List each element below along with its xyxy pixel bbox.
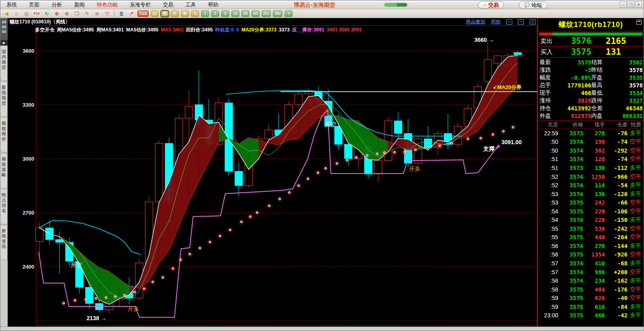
trade-button[interactable]: ⚡ 交易 [478, 1, 504, 9]
chart-annotation: 3660 → [474, 37, 494, 43]
tick-table[interactable]: 22:593573278-76多平:503574198-74空平:5035743… [538, 129, 644, 320]
link-周期[interactable]: 周期 [491, 19, 501, 25]
candle-body[interactable] [374, 160, 382, 174]
menu-item-交易[interactable]: 交易 [157, 0, 179, 9]
menu-item-页面[interactable]: 页面 [23, 0, 46, 9]
draw-icon[interactable]: ✎ [83, 10, 91, 17]
candle-body[interactable] [85, 287, 93, 303]
menu-item-东海专栏[interactable]: 东海专栏 [124, 0, 157, 9]
close-button[interactable]: ✕ [635, 2, 642, 8]
candle-body[interactable] [36, 228, 44, 242]
tick-row[interactable]: :583575404-176空平 [538, 285, 644, 294]
period-button-季[interactable]: 季 [181, 10, 189, 17]
panel-restore-icon[interactable] [636, 20, 642, 25]
period-button-日[interactable]: 日 [151, 10, 159, 17]
notes-icon[interactable]: ▤ [23, 10, 31, 17]
period-button-60[interactable]: 60 [251, 10, 260, 17]
tick-row[interactable]: :573574410-68多平 [538, 259, 644, 268]
sidebar-tab-国内期货[interactable]: 国内期货 [0, 46, 8, 81]
tick-row[interactable]: :573574986+200空开 [538, 268, 644, 277]
candle-body[interactable] [185, 106, 193, 118]
prev-contract-icon[interactable]: ⇦ [506, 19, 512, 25]
period-button-2hr[interactable]: 2hr [262, 10, 271, 17]
sidebar-tab-期权策略[interactable]: 期权策略 [0, 153, 8, 188]
tick-row[interactable]: :553575440-264空平 [538, 233, 644, 242]
chart-area[interactable]: 多空开仓周MA5估价:3495周MA5:3401MA5估价:3495MA5:34… [8, 25, 538, 327]
tick-row[interactable]: :503574198-74空平 [538, 138, 644, 147]
tick-row[interactable]: :513573130-112多平 [538, 163, 644, 172]
zoom-out-icon[interactable]: ⊖ [63, 10, 71, 17]
kline-chart-icon[interactable]: ↗ [127, 10, 135, 17]
minimize-button[interactable]: ─ [620, 2, 627, 8]
f10-icon[interactable]: F10 [33, 10, 41, 17]
tick-row[interactable]: :593575616-84多平 [538, 302, 644, 311]
tick-row[interactable]: :513574128-74空平 [538, 155, 644, 164]
tick-row[interactable]: :543574226-150多平 [538, 215, 644, 224]
sidebar-tab-热点排名[interactable]: 热点排名 [0, 189, 8, 224]
menu-item-新闻[interactable]: 新闻 [68, 0, 91, 9]
candle-body[interactable] [394, 121, 402, 133]
quote-board-icon[interactable]: ≣ [117, 10, 125, 17]
restore-button[interactable]: ❐ [627, 2, 634, 8]
link-商品叠加[interactable]: 商品叠加 [466, 19, 485, 25]
period-button-X[interactable]: X [191, 10, 199, 17]
tick-price: 3574 [560, 260, 585, 267]
tick-row[interactable]: :583574234-162多平 [538, 276, 644, 285]
candle-body[interactable] [155, 143, 163, 202]
ask-row[interactable]: 卖出 3576 2165 [538, 36, 644, 47]
split-layout-icon[interactable]: ◫ [530, 19, 536, 25]
overlay-icon[interactable]: ❐ [73, 10, 81, 17]
period-tick-button[interactable]: Tick [137, 10, 149, 17]
tick-row[interactable]: 22:593573278-76多平 [538, 129, 644, 138]
home-icon[interactable]: ⌂ [12, 10, 21, 17]
period-button-30[interactable]: 30 [241, 10, 249, 17]
sar-marker [227, 227, 233, 233]
tick-row[interactable]: 23:003575466-42多平 [538, 311, 644, 320]
tick-row[interactable]: :553575536-242空平 [538, 224, 644, 233]
period-button-4hr[interactable]: 4hr [273, 10, 283, 17]
period-button-月[interactable]: 月 [171, 10, 179, 17]
candlestick-chart[interactable]: 360033003000270024003660 →2138 →↙MA20分界支… [8, 25, 538, 327]
tick-row[interactable]: :533575242-66空平 [538, 198, 644, 207]
forum-button[interactable]: 💬 论坛 [519, 1, 547, 9]
period-button-周[interactable]: 周 [161, 10, 169, 17]
candle-body[interactable] [235, 171, 243, 186]
candle-body[interactable] [265, 130, 272, 139]
bid-row[interactable]: 买入 3575 131 [538, 47, 644, 58]
period-button-1[interactable]: 1 [201, 10, 209, 17]
sidebar-tab-股指期货[interactable]: 股指期货 [0, 81, 8, 117]
menu-item-系统[interactable]: 系统 [0, 0, 23, 9]
zoom-in-icon[interactable]: ⊕ [53, 10, 61, 17]
tick-row[interactable]: :523574114-54多平 [538, 181, 644, 190]
play-icon[interactable]: ▶ [0, 40, 8, 46]
candle-body[interactable] [295, 94, 302, 105]
tick-row[interactable]: :533574136-120多平 [538, 190, 644, 199]
menu-item-工具[interactable]: 工具 [179, 0, 202, 9]
menu-item-帮助[interactable]: 帮助 [202, 0, 224, 9]
tick-row[interactable]: :593575626-40空平 [538, 294, 644, 302]
sidebar-tab-期权报价[interactable]: 期权报价 [0, 117, 8, 153]
tick-row[interactable]: :563574278-144多平 [538, 242, 644, 250]
period-button-3[interactable]: 3 [211, 10, 219, 17]
stat-value: 3562 [611, 59, 643, 66]
menu-item-分析[interactable]: 分析 [46, 0, 68, 9]
period-button-Y[interactable]: Y [285, 10, 293, 17]
sidebar-tab-新闻资讯[interactable]: 新闻资讯 [0, 225, 8, 260]
candle-body[interactable] [494, 56, 502, 64]
alert-bell-icon[interactable]: ⍾ [93, 10, 101, 17]
refresh-icon[interactable]: ↻ [43, 10, 51, 17]
candle-body[interactable] [345, 144, 352, 159]
tick-row[interactable]: :543575220-106空平 [538, 207, 644, 216]
tick-row[interactable]: :5235741250-966空平 [538, 172, 644, 181]
filter-icon[interactable]: ▽ [103, 10, 111, 17]
tick-row[interactable]: :503574382-292空平 [538, 146, 644, 155]
period-button-15[interactable]: 15 [231, 10, 239, 17]
tick-row[interactable]: :5635751354-926空平 [538, 250, 644, 259]
tick-table-header: 北京价格现手仓差性质 [538, 121, 644, 129]
candle-body[interactable] [514, 52, 521, 54]
candle-body[interactable] [484, 60, 492, 81]
next-contract-icon[interactable]: ⇨ [518, 19, 524, 25]
period-button-5[interactable]: 5 [221, 10, 229, 17]
menu-item-特色功能[interactable]: 特色功能 [91, 0, 124, 9]
back-icon[interactable]: ◀ [2, 10, 10, 17]
